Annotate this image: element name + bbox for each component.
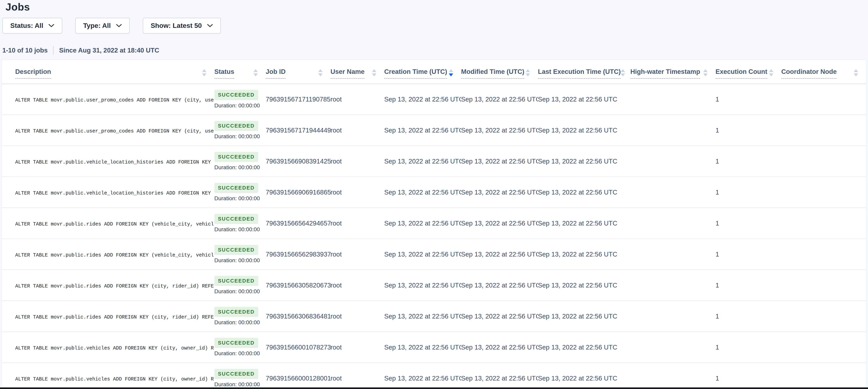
sort-arrows-icon[interactable] <box>703 69 708 76</box>
sort-desc-icon <box>621 73 625 76</box>
job-description[interactable]: ALTER TABLE movr.public.vehicles ADD FOR… <box>15 376 214 382</box>
column-header[interactable]: Status <box>214 60 266 84</box>
job-description[interactable]: ALTER TABLE movr.public.vehicle_location… <box>15 159 211 165</box>
status-badge: SUCCEEDED <box>214 245 258 255</box>
status-badge: SUCCEEDED <box>214 90 258 100</box>
last-execution-time: Sep 13, 2022 at 22:56 UTC <box>538 332 630 363</box>
user-name: root <box>331 270 384 301</box>
job-description[interactable]: ALTER TABLE movr.public.vehicles ADD FOR… <box>15 345 214 351</box>
column-header[interactable]: Modified Time (UTC) <box>461 60 538 84</box>
column-header-label[interactable]: Job ID <box>266 68 286 79</box>
sort-arrows-icon[interactable] <box>202 69 207 76</box>
column-header[interactable]: User Name <box>331 60 384 84</box>
high-water-timestamp <box>630 301 715 332</box>
since-text: Since Aug 31, 2022 at 18:40 UTC <box>59 46 159 54</box>
high-water-timestamp <box>630 115 715 146</box>
sort-arrows-icon[interactable] <box>449 69 453 76</box>
last-execution-time: Sep 13, 2022 at 22:56 UTC <box>538 115 630 146</box>
sort-arrows-icon[interactable] <box>253 69 258 76</box>
job-duration: Duration: 00:00:00 <box>214 319 260 326</box>
status-filter-dropdown[interactable]: Status: All <box>2 18 62 34</box>
sort-asc-icon <box>372 69 376 72</box>
job-description[interactable]: ALTER TABLE movr.public.rides ADD FOREIG… <box>15 283 214 289</box>
coordinator-node <box>781 84 866 115</box>
creation-time: Sep 13, 2022 at 22:56 UTC <box>384 270 461 301</box>
show-latest-filter-label: Show: Latest 50 <box>151 22 202 29</box>
job-description[interactable]: ALTER TABLE movr.public.user_promo_codes… <box>15 128 214 134</box>
modified-time: Sep 13, 2022 at 22:56 UTC <box>461 115 538 146</box>
column-header[interactable]: Execution Count <box>715 60 781 84</box>
creation-time: Sep 13, 2022 at 22:56 UTC <box>384 239 461 270</box>
sort-asc-icon <box>253 69 258 72</box>
column-header-label[interactable]: Execution Count <box>715 68 767 79</box>
column-header[interactable]: Description <box>2 60 214 84</box>
column-header-label[interactable]: Status <box>214 68 234 79</box>
sort-arrows-icon[interactable] <box>769 69 773 76</box>
column-header-label[interactable]: Last Execution Time (UTC) <box>538 68 621 79</box>
sort-desc-icon <box>372 73 376 76</box>
column-header-label[interactable]: High-water Timestamp <box>630 68 700 79</box>
high-water-timestamp <box>630 363 715 389</box>
type-filter-dropdown[interactable]: Type: All <box>75 18 130 34</box>
sort-asc-icon <box>449 69 453 72</box>
execution-count: 1 <box>715 115 781 146</box>
table-row: ALTER TABLE movr.public.vehicles ADD FOR… <box>2 332 866 363</box>
job-id: 796391566906916865 <box>266 177 331 208</box>
job-status-cell: SUCCEEDED Duration: 00:00:00 <box>214 115 266 146</box>
last-execution-time: Sep 13, 2022 at 22:56 UTC <box>538 239 630 270</box>
column-header-label[interactable]: Creation Time (UTC) <box>384 68 447 79</box>
column-header-label[interactable]: User Name <box>331 68 365 79</box>
column-header[interactable]: High-water Timestamp <box>630 60 715 84</box>
coordinator-node <box>781 177 866 208</box>
sort-desc-icon <box>769 73 773 76</box>
chevron-down-icon <box>49 24 54 27</box>
table-row: ALTER TABLE movr.public.rides ADD FOREIG… <box>2 239 866 270</box>
job-status-cell: SUCCEEDED Duration: 00:00:00 <box>214 301 266 332</box>
table-row: ALTER TABLE movr.public.vehicle_location… <box>2 146 866 177</box>
execution-count: 1 <box>715 84 781 115</box>
show-latest-filter-dropdown[interactable]: Show: Latest 50 <box>143 18 221 34</box>
column-header[interactable]: Last Execution Time (UTC) <box>538 60 630 84</box>
coordinator-node <box>781 146 866 177</box>
sort-asc-icon <box>202 69 207 72</box>
job-duration: Duration: 00:00:00 <box>214 102 260 109</box>
sort-asc-icon <box>854 69 858 72</box>
creation-time: Sep 13, 2022 at 22:56 UTC <box>384 208 461 239</box>
status-badge: SUCCEEDED <box>214 214 258 224</box>
column-header[interactable]: Creation Time (UTC) <box>384 60 461 84</box>
job-description[interactable]: ALTER TABLE movr.public.user_promo_codes… <box>15 97 214 103</box>
summary-divider <box>53 46 54 55</box>
job-id: 796391566001078273 <box>266 332 331 363</box>
job-description[interactable]: ALTER TABLE movr.public.rides ADD FOREIG… <box>15 252 214 258</box>
column-header-label[interactable]: Modified Time (UTC) <box>461 68 524 79</box>
job-description[interactable]: ALTER TABLE movr.public.rides ADD FOREIG… <box>15 314 214 320</box>
sort-arrows-icon[interactable] <box>854 69 858 76</box>
sort-arrows-icon[interactable] <box>372 69 376 76</box>
column-header[interactable]: Coordinator Node <box>781 60 866 84</box>
column-header-label[interactable]: Coordinator Node <box>781 68 837 79</box>
coordinator-node <box>781 332 866 363</box>
sort-arrows-icon[interactable] <box>318 69 322 76</box>
user-name: root <box>331 115 384 146</box>
chevron-down-icon <box>116 24 122 27</box>
column-header[interactable]: Job ID <box>266 60 331 84</box>
job-status-cell: SUCCEEDED Duration: 00:00:00 <box>214 332 266 363</box>
sort-arrows-icon[interactable] <box>526 69 530 76</box>
job-description[interactable]: ALTER TABLE movr.public.rides ADD FOREIG… <box>15 221 214 227</box>
job-description[interactable]: ALTER TABLE movr.public.vehicle_location… <box>15 190 211 196</box>
job-description-cell: ALTER TABLE movr.public.vehicle_location… <box>2 146 214 177</box>
creation-time: Sep 13, 2022 at 22:56 UTC <box>384 332 461 363</box>
column-header-label[interactable]: Description <box>15 68 51 79</box>
job-status-cell: SUCCEEDED Duration: 00:00:00 <box>214 270 266 301</box>
last-execution-time: Sep 13, 2022 at 22:56 UTC <box>538 363 630 389</box>
high-water-timestamp <box>630 239 715 270</box>
table-row: ALTER TABLE movr.public.user_promo_codes… <box>2 115 866 146</box>
status-badge: SUCCEEDED <box>214 183 258 193</box>
sort-arrows-icon[interactable] <box>621 69 625 76</box>
high-water-timestamp <box>630 177 715 208</box>
job-description-cell: ALTER TABLE movr.public.vehicle_location… <box>2 177 214 208</box>
sort-desc-icon <box>449 73 453 76</box>
user-name: root <box>331 208 384 239</box>
sort-desc-icon <box>854 73 858 76</box>
job-id: 796391566564294657 <box>266 208 331 239</box>
